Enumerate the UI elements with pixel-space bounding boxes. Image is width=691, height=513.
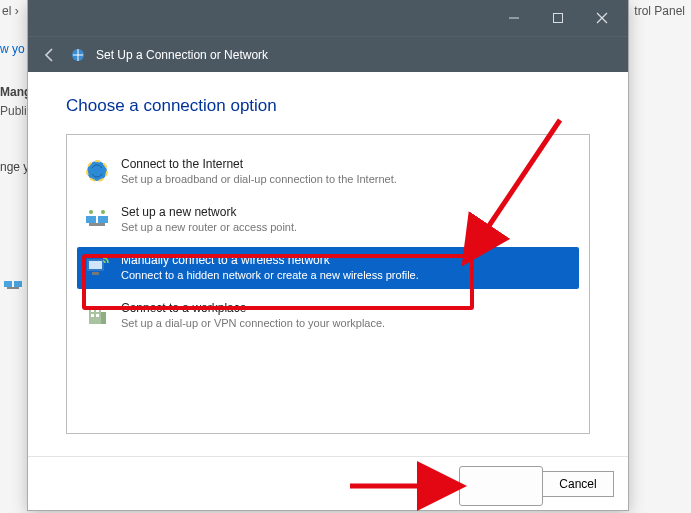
svg-rect-20	[96, 309, 99, 312]
svg-point-13	[89, 210, 93, 214]
background-breadcrumb-right: trol Panel	[634, 4, 685, 18]
svg-rect-18	[89, 306, 101, 324]
globe-icon	[83, 157, 111, 185]
svg-rect-22	[96, 314, 99, 317]
svg-rect-17	[92, 272, 99, 275]
svg-rect-16	[89, 261, 102, 269]
titlebar	[28, 0, 628, 36]
option-title: Set up a new network	[121, 205, 297, 219]
svg-rect-23	[101, 312, 106, 324]
monitor-wireless-icon	[83, 253, 111, 281]
svg-rect-4	[554, 14, 563, 23]
wizard-footer: Next Cancel	[28, 456, 628, 510]
minimize-button[interactable]	[492, 3, 536, 33]
wizard-title: Set Up a Connection or Network	[96, 48, 268, 62]
building-icon	[83, 301, 111, 329]
svg-rect-0	[4, 281, 12, 287]
svg-rect-10	[86, 216, 96, 223]
wizard-header: Set Up a Connection or Network	[28, 36, 628, 72]
svg-rect-19	[91, 309, 94, 312]
svg-rect-2	[7, 287, 19, 289]
back-arrow-icon[interactable]	[40, 45, 60, 65]
background-breadcrumb-left: el ›	[0, 4, 19, 18]
network-globe-icon	[70, 47, 86, 63]
option-desc: Set up a new router or access point.	[121, 221, 297, 233]
option-manual-wireless[interactable]: Manually connect to a wireless network C…	[77, 247, 579, 289]
option-title: Manually connect to a wireless network	[121, 253, 419, 267]
svg-rect-12	[89, 223, 105, 226]
background-sidebar-fragment: w yo Mang Publi nge y	[0, 40, 30, 177]
option-title: Connect to the Internet	[121, 157, 397, 171]
option-desc: Set up a broadband or dial-up connection…	[121, 173, 397, 185]
close-button[interactable]	[580, 3, 624, 33]
svg-rect-1	[14, 281, 22, 287]
option-workplace[interactable]: Connect to a workplace Set up a dial-up …	[77, 295, 579, 337]
wizard-content: Choose a connection option Connect to th…	[28, 72, 628, 456]
svg-rect-11	[98, 216, 108, 223]
maximize-button[interactable]	[536, 3, 580, 33]
router-icon	[83, 205, 111, 233]
svg-rect-21	[91, 314, 94, 317]
option-title: Connect to a workplace	[121, 301, 385, 315]
option-desc: Set up a dial-up or VPN connection to yo…	[121, 317, 385, 329]
page-heading: Choose a connection option	[66, 96, 590, 116]
next-button[interactable]: Next	[460, 471, 532, 497]
cancel-button[interactable]: Cancel	[542, 471, 614, 497]
option-connect-internet[interactable]: Connect to the Internet Set up a broadba…	[77, 151, 579, 193]
svg-point-14	[101, 210, 105, 214]
options-list: Connect to the Internet Set up a broadba…	[66, 134, 590, 434]
wizard-dialog: Set Up a Connection or Network Choose a …	[28, 0, 628, 510]
background-network-icon	[4, 278, 22, 292]
option-new-network[interactable]: Set up a new network Set up a new router…	[77, 199, 579, 241]
option-desc: Connect to a hidden network or create a …	[121, 269, 419, 281]
